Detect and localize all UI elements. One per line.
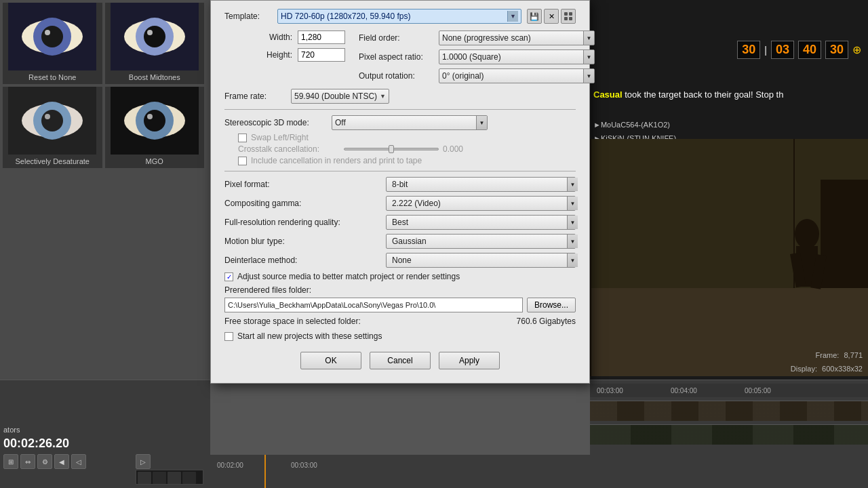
output-rotation-dropdown[interactable]: 0° (original) ▼: [439, 68, 595, 83]
motion-blur-row: Motion blur type: Gaussian ▼: [224, 234, 576, 249]
crosstalk-thumb: [389, 145, 394, 153]
framerate-value: 59.940 (Double NTSC): [294, 92, 377, 101]
toolbar-btn-3[interactable]: ⚙: [37, 454, 52, 469]
template-save-icon[interactable]: 💾: [527, 9, 542, 24]
deinterlace-row: Deinterlace method: None ▼: [224, 253, 576, 268]
field-order-dropdown[interactable]: None (progressive scan) ▼: [439, 30, 595, 45]
stereo-chevron-icon: ▼: [476, 116, 487, 129]
swap-checkbox[interactable]: [238, 134, 247, 142]
browse-button[interactable]: Browse...: [527, 298, 576, 312]
crosstalk-slider[interactable]: [344, 148, 439, 150]
framerate-dropdown[interactable]: 59.940 (Double NTSC) ▼: [291, 89, 389, 104]
thumbnail-image-4: [111, 87, 199, 155]
prerender-path-display: C:\Users\Yulia_Beckham\AppData\Local\Son…: [224, 298, 523, 312]
thumbnail-label-1: Reset to None: [28, 70, 76, 84]
include-cancel-checkbox[interactable]: [238, 157, 247, 165]
svg-point-8: [144, 26, 165, 47]
stereo-label: Stereoscopic 3D mode:: [224, 118, 326, 127]
stereo-dropdown[interactable]: Off ▼: [332, 115, 488, 130]
display-value: 600x338x32: [822, 365, 863, 373]
template-select[interactable]: HD 720-60p (1280x720, 59.940 fps) ▼: [277, 9, 521, 24]
ruler-mark-1: 00:02:00: [217, 462, 243, 469]
right-col: Field order: None (progressive scan) ▼ P…: [359, 30, 595, 83]
marker-3: 00:05:00: [745, 387, 771, 394]
width-row: Width:: [224, 30, 345, 44]
display-label: Display:: [791, 365, 817, 373]
thumbnail-item-3[interactable]: Selectively Desaturate: [3, 87, 102, 168]
render-quality-dropdown[interactable]: Best ▼: [386, 215, 576, 230]
svg-point-19: [147, 114, 153, 119]
framerate-label: Frame rate:: [224, 92, 285, 101]
game-text-highlight: Casual: [593, 89, 623, 100]
svg-rect-23: [167, 472, 181, 484]
start-new-checkbox[interactable]: [224, 332, 233, 341]
crosstalk-label: Crosstalk cancellation:: [238, 144, 340, 154]
render-quality-value: Best: [389, 218, 567, 227]
template-chevron-icon[interactable]: ▼: [507, 11, 518, 22]
template-value: HD 720-60p (1280x720, 59.940 fps): [281, 12, 507, 21]
include-cancel-row: Include cancellation in renders and prin…: [238, 156, 576, 165]
toolbar-btn-2[interactable]: ⇔: [20, 454, 35, 469]
toolbar-btn-5[interactable]: ◁: [71, 454, 86, 469]
toolbar-btn-1[interactable]: ⊞: [3, 454, 18, 469]
ok-button[interactable]: OK: [300, 352, 361, 369]
adjust-checkbox[interactable]: [224, 272, 233, 281]
template-close-icon[interactable]: ✕: [544, 9, 559, 24]
left-panel: Reset to None Boost Midtones: [0, 0, 210, 488]
dimensions-grid: Width: Height: Field order: None (progre…: [224, 30, 576, 83]
svg-rect-36: [569, 12, 572, 16]
prerender-section: Prerendered files folder: C:\Users\Yulia…: [224, 285, 576, 312]
compositing-gamma-label: Compositing gamma:: [224, 199, 380, 208]
crosstalk-value: 0.000: [443, 144, 463, 154]
pixel-aspect-row: Pixel aspect ratio: 1.0000 (Square) ▼: [359, 49, 595, 64]
pixel-format-dropdown[interactable]: 8-bit ▼: [386, 177, 576, 192]
hud-num-2: 03: [771, 41, 794, 59]
thumbnail-label-3: Selectively Desaturate: [16, 155, 90, 168]
adjust-label: Adjust source media to better match proj…: [237, 272, 460, 281]
pixel-aspect-value: 1.0000 (Square): [442, 52, 583, 62]
game-text-rest: took the target back to their goal! Stop…: [623, 89, 784, 100]
cancel-button[interactable]: Cancel: [370, 352, 431, 369]
pixel-aspect-chevron-icon: ▼: [583, 50, 594, 64]
pixel-aspect-label: Pixel aspect ratio:: [359, 52, 433, 62]
storage-label: Free storage space in selected folder:: [224, 317, 361, 326]
svg-point-4: [45, 30, 50, 35]
hud-icon: ⊕: [852, 43, 861, 56]
toolbar-btn-4[interactable]: ◀: [54, 454, 69, 469]
thumbnail-label-4: MGO: [146, 155, 163, 168]
height-row: Height:: [224, 48, 345, 62]
svg-rect-37: [564, 17, 568, 20]
pixel-format-value: 8-bit: [389, 180, 567, 189]
thumbnail-item-1[interactable]: Reset to None: [3, 3, 102, 84]
output-rotation-row: Output rotation: 0° (original) ▼: [359, 68, 595, 83]
game-hud: 30 | 03 40 30 ⊕: [737, 41, 861, 59]
game-sub-1: ►MoUaC564-(AK1O2): [593, 119, 676, 132]
track-row-2: [590, 424, 868, 445]
width-input[interactable]: [298, 30, 345, 44]
toolbar-btn-6[interactable]: ▷: [136, 454, 151, 469]
motion-blur-dropdown[interactable]: Gaussian ▼: [386, 234, 576, 249]
thumbnail-image-1: [8, 3, 96, 70]
left-col: Width: Height:: [224, 30, 345, 83]
svg-point-31: [795, 219, 819, 249]
template-row: Template: HD 720-60p (1280x720, 59.940 f…: [224, 9, 576, 24]
compositing-gamma-dropdown[interactable]: 2.222 (Video) ▼: [386, 196, 576, 211]
track-content-2: [590, 425, 868, 445]
display-line: Display: 600x338x32: [791, 363, 863, 376]
apply-button[interactable]: Apply: [439, 352, 500, 369]
height-label: Height:: [224, 50, 292, 60]
frame-info: Frame: 8,771 Display: 600x338x32: [791, 349, 868, 376]
svg-point-18: [144, 110, 165, 131]
thumbnail-item-4[interactable]: MGO: [105, 87, 205, 168]
thumbnail-grid: Reset to None Boost Midtones: [0, 0, 207, 171]
timeline-toolbar-2: ▷: [136, 454, 151, 469]
pixel-aspect-dropdown[interactable]: 1.0000 (Square) ▼: [439, 49, 595, 64]
deinterlace-dropdown[interactable]: None ▼: [386, 253, 576, 268]
sidebar-label: ators: [3, 426, 20, 434]
frame-label: Frame:: [816, 351, 840, 359]
template-settings-icon[interactable]: [561, 9, 576, 24]
height-input[interactable]: [298, 48, 345, 62]
track-thumbnail-strip: [136, 470, 203, 485]
project-properties-dialog: Template: HD 720-60p (1280x720, 59.940 f…: [210, 0, 590, 384]
thumbnail-item-2[interactable]: Boost Midtones: [105, 3, 205, 84]
